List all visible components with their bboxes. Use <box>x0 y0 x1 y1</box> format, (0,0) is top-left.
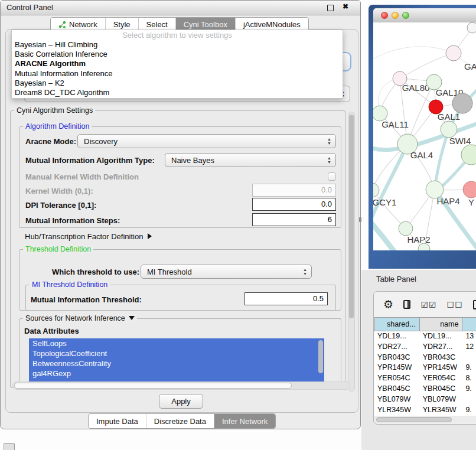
aracne-mode-select[interactable]: Discovery ▲▼ <box>77 134 336 148</box>
table-container: ⚙ ☑☑ ☐☐ shared... name YDL19...YDL19...1… <box>373 291 476 425</box>
table-cell[interactable]: YLR345W <box>374 405 420 416</box>
panel-splitter-handle[interactable] <box>359 217 361 222</box>
data-attribute-item[interactable]: SelfLoops <box>29 338 324 348</box>
table-cell[interactable] <box>462 353 476 363</box>
table-horizontal-scrollbar[interactable] <box>374 416 476 423</box>
table-header: shared... name <box>374 317 476 331</box>
data-attribute-item[interactable]: gal4RGexp <box>29 369 324 379</box>
column-header-name[interactable]: name <box>420 317 463 331</box>
float-panel-icon[interactable] <box>327 5 334 11</box>
network-node-gcy1[interactable] <box>373 183 379 197</box>
algorithm-option[interactable]: Mutual Information Inference <box>12 69 343 79</box>
hub-definition-toggle[interactable]: Hub/Transcription Factor Definition <box>25 232 152 241</box>
algorithm-option[interactable]: ARACNE Algorithm <box>12 59 343 69</box>
algorithm-option[interactable]: Basic Correlation Inference <box>12 50 343 59</box>
algorithm-option[interactable]: Bayesian – K2 <box>12 79 343 88</box>
table-cell[interactable]: YER054C <box>374 373 420 384</box>
network-node-y[interactable] <box>463 181 476 198</box>
table-cell[interactable]: YPR145W <box>374 363 420 373</box>
table-row[interactable]: YLR345WYLR345W9. <box>374 405 476 416</box>
node-label-y: Y <box>468 197 474 207</box>
gear-icon[interactable]: ⚙ <box>383 299 393 310</box>
zoom-traffic-light[interactable] <box>402 12 409 19</box>
bottom-corner-chip[interactable] <box>4 443 15 450</box>
table-cell[interactable]: YLR345W <box>420 405 463 416</box>
settings-vertical-scrollbar[interactable] <box>348 112 355 392</box>
table-cell[interactable]: 9. <box>462 384 476 394</box>
spinner-icon: ▲▼ <box>303 268 307 276</box>
network-node[interactable] <box>467 22 476 33</box>
column-header-shared[interactable]: shared... <box>374 317 420 331</box>
table-cell[interactable]: YDR27... <box>374 342 420 353</box>
algorithm-option[interactable]: Dream8 DC_TDC Algorithm <box>12 88 343 97</box>
tab-impute-data[interactable]: Impute Data <box>89 414 146 428</box>
tab-infer-network[interactable]: Infer Network <box>214 414 275 428</box>
table-row[interactable]: YPR145WYPR145W9. <box>374 363 476 373</box>
kernel-width-field[interactable]: 0.0 <box>252 184 336 197</box>
mi-steps-label: Mutual Information Steps: <box>25 216 120 225</box>
mi-threshold-definition-title: MI Threshold Definition <box>30 281 110 289</box>
algorithm-option[interactable]: Bayesian – Hill Climbing <box>12 40 343 50</box>
split-columns-icon[interactable] <box>403 300 410 309</box>
dpi-tolerance-field[interactable]: 0.0 <box>252 198 336 211</box>
sources-title[interactable]: Sources for Network Inference <box>23 314 137 322</box>
sources-title-text: Sources for Network Inference <box>25 314 125 322</box>
table-cell[interactable]: YDL19... <box>374 331 420 342</box>
table-row[interactable]: YBL079WYBL079W <box>374 394 476 405</box>
network-canvas[interactable]: GALGAL80GAL10GAL1GAL11SWI4GAL4GCY1HAP4YH… <box>373 22 476 250</box>
network-edge <box>400 53 454 79</box>
column-header-partial[interactable] <box>462 317 476 331</box>
table-cell[interactable]: YBL079W <box>420 394 463 405</box>
control-panel-title: Control Panel <box>6 3 53 12</box>
mi-steps-field[interactable]: 6 <box>252 213 336 226</box>
network-node-gal[interactable] <box>446 45 461 61</box>
close-traffic-light[interactable] <box>381 12 388 19</box>
table-cell[interactable]: YBL079W <box>374 394 420 405</box>
which-threshold-select[interactable]: MI Threshold ▲▼ <box>141 265 312 279</box>
network-window-titlebar[interactable] <box>373 8 476 23</box>
table-cell[interactable]: 9. <box>462 405 476 416</box>
table-row[interactable]: YDL19...YDL19...13 <box>374 331 476 342</box>
tab-label-jactivemnodules: jActiveMNodules <box>243 20 301 29</box>
threshold-definition-title: Threshold Definition <box>23 245 93 253</box>
network-node[interactable] <box>452 93 472 113</box>
table-cell[interactable]: 9. <box>462 363 476 373</box>
mi-threshold-field[interactable]: 0.5 <box>244 292 328 305</box>
manual-kernel-width-checkbox[interactable] <box>328 172 336 181</box>
data-attribute-item[interactable]: BetweennessCentrality <box>29 358 324 369</box>
table-row[interactable]: YER054CYER054C8. <box>374 373 476 384</box>
network-node-hap2[interactable] <box>399 221 413 236</box>
table-cell[interactable]: YBR043C <box>420 353 463 363</box>
page-icon[interactable] <box>473 300 476 309</box>
minimize-traffic-light[interactable] <box>392 12 399 19</box>
table-cell[interactable]: YDL19... <box>420 331 463 342</box>
attributes-scrollbar[interactable] <box>318 340 323 373</box>
apply-button[interactable]: Apply <box>159 394 203 409</box>
table-cell[interactable]: YER054C <box>420 373 463 384</box>
table-row[interactable]: YBR045CYBR045C9. <box>374 384 476 394</box>
table-cell[interactable]: YDR27... <box>420 342 463 353</box>
node-label-gal4: GAL4 <box>410 150 433 160</box>
table-cell[interactable]: YBR043C <box>374 353 420 363</box>
network-node-swi4[interactable] <box>441 121 457 138</box>
table-cell[interactable]: YBR045C <box>374 384 420 394</box>
data-attribute-item[interactable]: TopologicalCoefficient <box>29 348 324 358</box>
algorithm-option-list: Bayesian – Hill ClimbingBasic Correlatio… <box>12 40 343 97</box>
settings-horizontal-scrollbar[interactable] <box>12 381 350 390</box>
close-icon[interactable]: ✖ <box>343 2 348 11</box>
table-row[interactable]: YBR043CYBR043C <box>374 353 476 363</box>
table-cell[interactable]: 8. <box>462 373 476 384</box>
table-cell[interactable]: YBR045C <box>420 384 463 394</box>
table-cell[interactable]: 13 <box>462 331 476 342</box>
deselect-checkboxes-icon[interactable]: ☐☐ <box>447 300 463 309</box>
mi-type-label: Mutual Information Algorithm Type: <box>25 156 155 165</box>
select-all-checkboxes-icon[interactable]: ☑☑ <box>420 300 436 309</box>
mi-type-select[interactable]: Naive Bayes ▲▼ <box>165 153 336 167</box>
table-cell[interactable]: YPR145W <box>420 363 463 373</box>
table-cell[interactable] <box>462 394 476 405</box>
control-panel-titlebar[interactable]: Control Panel ✖ <box>1 1 360 15</box>
table-cell[interactable]: 12 <box>462 342 476 353</box>
table-row[interactable]: YDR27...YDR27...12 <box>374 342 476 353</box>
node-label-gal80: GAL80 <box>402 83 430 93</box>
tab-discretize-data[interactable]: Discretize Data <box>146 414 214 428</box>
